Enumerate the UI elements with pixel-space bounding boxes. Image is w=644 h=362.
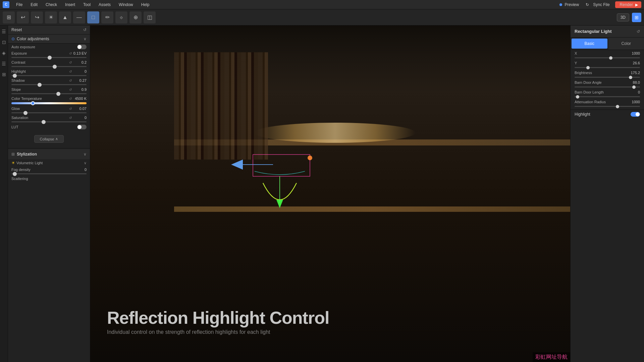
highlight-reset[interactable]: ↺	[69, 70, 72, 73]
slope-slider[interactable]	[8, 93, 90, 96]
view-mode-btn[interactable]: ⊞	[632, 13, 641, 22]
transform-tool[interactable]: ⟐	[115, 11, 127, 23]
main-area: ☰ ⊡ ◈ ☰ ⊞ Reset ↺ ⊙ Color adjustments ∨ …	[0, 25, 644, 362]
icon-sidebar: ☰ ⊡ ◈ ☰ ⊞	[0, 25, 8, 362]
3d-toggle[interactable]: 3D	[617, 13, 629, 21]
contrast-label: Contrast	[11, 60, 68, 64]
y-slider[interactable]	[571, 66, 644, 69]
saturation-row: Saturation ↺ 0	[8, 115, 90, 121]
redo-tool[interactable]: ↪	[31, 11, 43, 23]
shadow-reset[interactable]: ↺	[69, 79, 72, 82]
x-slider[interactable]	[571, 57, 644, 60]
menu-file[interactable]: File	[15, 2, 24, 8]
color-temp-reset[interactable]: ↺	[69, 97, 72, 101]
sidebar-icon-settings[interactable]: ☰	[1, 60, 7, 67]
menu-assets[interactable]: Assets	[97, 2, 112, 8]
menu-tool[interactable]: Tool	[82, 2, 92, 8]
menu-help[interactable]: Help	[140, 2, 151, 8]
contrast-value: 0.2	[73, 60, 87, 64]
menu-window[interactable]: Window	[117, 2, 135, 8]
volumetric-label: Volumetric Light	[16, 161, 83, 165]
top-vignette	[90, 25, 570, 93]
exposure-value: 0.13 EV	[73, 51, 87, 55]
scattering-row: Scattering	[8, 176, 90, 182]
undo-tool[interactable]: ↩	[17, 11, 29, 23]
tab-basic[interactable]: Basic	[572, 39, 607, 49]
auto-exposure-label: Auto exposure	[11, 45, 76, 49]
contrast-slider[interactable]	[8, 65, 90, 68]
y-row: Y 26.6	[571, 60, 644, 66]
exposure-slider[interactable]	[8, 56, 90, 59]
menu-edit[interactable]: Edit	[29, 2, 39, 8]
light-tool[interactable]: ☀	[45, 11, 57, 23]
align-tool[interactable]: ⊕	[129, 11, 142, 23]
highlight-toggle[interactable]	[631, 112, 640, 117]
slope-reset[interactable]: ↺	[69, 88, 72, 92]
barn-door-angle-value: 88.0	[628, 80, 640, 84]
brightness-label: Brightness	[575, 71, 627, 75]
fog-density-value: 0	[73, 168, 87, 172]
reset-icon[interactable]: ↺	[83, 27, 87, 32]
stylization-label: Stylization	[17, 152, 37, 157]
sidebar-icon-assets[interactable]: ◈	[1, 50, 7, 56]
barn-door-angle-slider[interactable]	[571, 86, 644, 89]
exposure-reset[interactable]: ↺	[69, 52, 72, 55]
tab-color[interactable]: Color	[608, 38, 644, 50]
layout-tool[interactable]: ⊞	[3, 11, 15, 23]
attenuation-radius-slider[interactable]	[571, 105, 644, 108]
sidebar-icon-history[interactable]: ⊞	[1, 71, 7, 78]
barn-door-angle-row: Barn Door Angle 88.0	[571, 79, 644, 86]
svg-marker-0	[231, 160, 243, 170]
fog-density-row: Fog density 0	[8, 167, 90, 173]
collapse-btn[interactable]: Collapse ∧	[34, 135, 64, 143]
light-gizmo	[214, 126, 322, 227]
divider-1	[8, 148, 90, 148]
color-adjustments-header[interactable]: ⊙ Color adjustments ∨	[8, 35, 90, 44]
contrast-reset[interactable]: ↺	[69, 61, 72, 64]
saturation-slider[interactable]	[8, 121, 90, 124]
line-tool[interactable]: —	[73, 11, 85, 23]
sidebar-icon-layers[interactable]: ☰	[1, 28, 7, 35]
svg-point-3	[308, 156, 312, 160]
saturation-reset[interactable]: ↺	[69, 116, 72, 120]
collapse-icon[interactable]: ∨	[84, 37, 87, 41]
stylization-chevron[interactable]: ∨	[84, 152, 87, 157]
pen-tool[interactable]: ✏	[101, 11, 113, 23]
brightness-slider[interactable]	[571, 76, 644, 79]
auto-exposure-toggle[interactable]	[77, 45, 87, 49]
barn-door-length-slider[interactable]	[571, 96, 644, 99]
y-label: Y	[575, 61, 627, 65]
color-temp-slider[interactable]	[8, 102, 90, 106]
preview-btn[interactable]: Preview	[564, 2, 581, 8]
fog-density-slider[interactable]	[8, 173, 90, 176]
slope-row: Slope ↺ 0.9	[8, 86, 90, 93]
color-temp-thumb[interactable]	[31, 101, 35, 105]
sidebar-icon-brush[interactable]: ⊡	[1, 39, 7, 46]
right-panel-reset[interactable]: ↺	[637, 29, 640, 34]
menu-check[interactable]: Check	[44, 2, 58, 8]
layer-tool[interactable]: ◫	[144, 11, 156, 23]
highlight-slider[interactable]	[8, 74, 90, 77]
menu-insert[interactable]: Insert	[64, 2, 76, 8]
viewport: Reflection Highlight Control Individual …	[90, 25, 570, 362]
render-btn[interactable]: Render ▶	[615, 1, 641, 8]
glow-slider[interactable]	[8, 112, 90, 115]
menu-bar: C File Edit Check Insert Tool Assets Win…	[0, 0, 644, 9]
saturation-value: 0	[73, 116, 87, 120]
lut-toggle[interactable]	[77, 125, 87, 129]
highlight-label: Highlight	[11, 69, 68, 73]
overlay-title: Reflection Highlight Control	[107, 308, 329, 328]
sync-btn[interactable]: ↻ Sync File	[584, 2, 611, 8]
attenuation-radius-label: Attenuation Radius	[575, 100, 627, 104]
glow-reset[interactable]: ↺	[69, 107, 72, 111]
stylization-header[interactable]: ⊞ Stylization ∨	[8, 149, 90, 159]
shape-tool[interactable]: ▲	[59, 11, 71, 23]
rect-tool[interactable]: □	[87, 11, 99, 23]
tab-bar: Basic Color	[571, 38, 644, 50]
svg-marker-5	[276, 200, 283, 208]
right-panel-title: Rectangular Light	[575, 29, 612, 34]
shadow-slider[interactable]	[8, 83, 90, 86]
color-temp-label: Color Temperature	[11, 97, 68, 101]
volumetric-chevron[interactable]: ∨	[84, 161, 87, 165]
reset-label: Reset	[11, 27, 22, 32]
